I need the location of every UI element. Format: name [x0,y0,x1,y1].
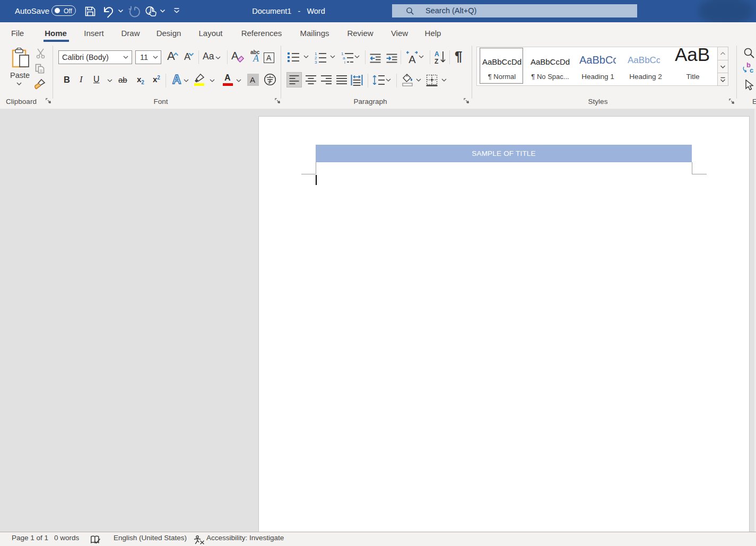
svg-text:A: A [409,54,416,64]
svg-text:3: 3 [315,60,317,64]
svg-text:i: i [344,60,345,64]
svg-text:A: A [172,73,181,86]
svg-text:A: A [435,50,439,58]
svg-text:Z: Z [435,58,438,64]
svg-text:c: c [750,66,753,74]
